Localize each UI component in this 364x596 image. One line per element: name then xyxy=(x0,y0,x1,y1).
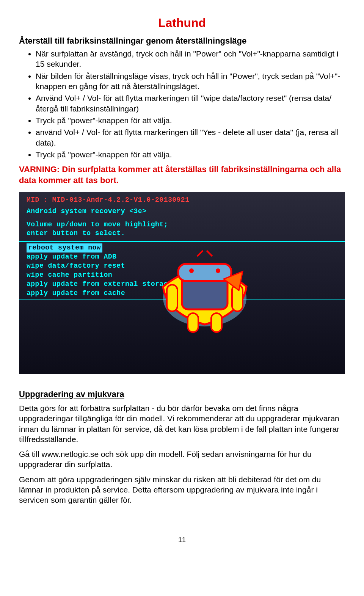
section-heading: Återställ till fabriksinställningar geno… xyxy=(19,36,345,47)
recovery-option-cache: apply update from cache xyxy=(27,289,125,298)
recovery-hint2: enter button to select. xyxy=(27,229,125,238)
recovery-option-wipe-data: wipe data/factory reset xyxy=(27,262,125,270)
recovery-build-line: MID : MID-013-Andr-4.2.2-V1.0-20130921 xyxy=(27,196,189,204)
warning-text: VARNING: Din surfplatta kommer att åters… xyxy=(19,164,345,186)
recovery-option-wipe-cache: wipe cache partition xyxy=(27,271,112,279)
list-item: När bilden för återställningsläge visas,… xyxy=(36,71,345,92)
svg-rect-8 xyxy=(211,313,222,332)
svg-point-4 xyxy=(216,268,220,273)
svg-point-3 xyxy=(189,268,194,273)
svg-rect-7 xyxy=(188,313,198,332)
android-recovery-icon xyxy=(144,249,265,347)
recovery-option-adb: apply update from ADB xyxy=(27,253,116,261)
page-number: 11 xyxy=(19,536,345,544)
recovery-title-line: Android system recovery <3e> xyxy=(27,207,146,216)
svg-rect-5 xyxy=(167,285,177,311)
page-title: Lathund xyxy=(19,15,345,31)
recovery-hint1: Volume up/down to move highlight; xyxy=(27,220,168,229)
upgrade-paragraph-2: Gå till www.netlogic.se och sök upp din … xyxy=(19,449,345,470)
divider-line xyxy=(19,241,345,242)
list-item: Tryck på "power"-knappen för att välja. xyxy=(36,149,345,160)
recovery-screenshot: MID : MID-013-Andr-4.2.2-V1.0-20130921 A… xyxy=(19,192,345,374)
list-item: Använd Vol+ / Vol- för att flytta marker… xyxy=(36,93,345,114)
upgrade-paragraph-3: Genom att göra uppgraderingen själv mins… xyxy=(19,474,345,505)
instruction-list: När surfplattan är avstängd, tryck och h… xyxy=(19,49,345,160)
list-item: När surfplattan är avstängd, tryck och h… xyxy=(36,49,345,69)
list-item: använd Vol+ / Vol- för att flytta marker… xyxy=(36,127,345,148)
upgrade-heading: Uppgradering av mjukvara xyxy=(19,389,345,400)
svg-rect-2 xyxy=(178,264,231,281)
list-item: Tryck på "power"-knappen för att välja. xyxy=(36,115,345,125)
upgrade-paragraph-1: Detta görs för att förbättra surfplattan… xyxy=(19,403,345,444)
recovery-option-reboot: reboot system now xyxy=(27,243,102,252)
